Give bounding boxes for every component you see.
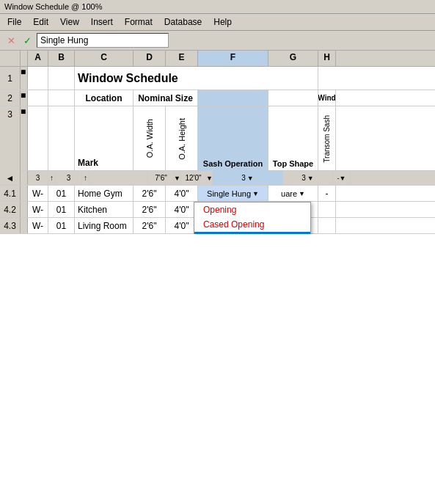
dropdown-item-cased-opening[interactable]: Cased Opening xyxy=(194,217,310,232)
row-1-ctrl: ■ xyxy=(21,67,28,90)
row-3: 3 ■ Mark O.A. Width O.A. Height Sash Ope… xyxy=(0,106,435,171)
ctrl-g-arrow[interactable]: ▼ xyxy=(307,175,314,182)
cell-4-2-h[interactable] xyxy=(318,202,336,217)
cell-4-1-c[interactable]: Home Gym xyxy=(75,186,134,201)
menu-insert[interactable]: Insert xyxy=(87,15,117,29)
cell-4-2-d[interactable]: 2'6" xyxy=(134,202,166,217)
menu-file[interactable]: File xyxy=(3,15,26,29)
row-2-col-h[interactable]: Wind xyxy=(318,90,336,106)
sash-operation-dropdown[interactable]: Opening Cased Opening Fixed Glass Fixed … xyxy=(194,202,311,234)
ctrl-h-arrow[interactable]: ▼ xyxy=(340,175,346,182)
row-2-ctrl: ■ xyxy=(21,90,28,106)
cell-4-1-e[interactable]: 4'0" xyxy=(166,186,198,201)
cell-4-3-h[interactable] xyxy=(318,218,336,233)
row-num-4-3: 4.3 xyxy=(0,218,21,233)
row-2-location[interactable]: Location xyxy=(75,90,134,106)
corner-cell xyxy=(0,51,21,66)
ctrl-a2[interactable]: ↑ xyxy=(48,171,56,185)
row-3-oa-width[interactable]: O.A. Width xyxy=(134,106,166,171)
cell-4-1-g[interactable]: uare ▼ xyxy=(268,186,318,201)
menu-format[interactable]: Format xyxy=(120,15,157,29)
ctrl-c[interactable] xyxy=(89,171,148,185)
cell-4-1-b[interactable]: 01 xyxy=(48,186,75,201)
cell-4-1-a[interactable]: W- xyxy=(28,186,48,201)
cancel-button[interactable]: ✕ xyxy=(4,34,18,47)
row-num-4-1: 4.1 xyxy=(0,186,21,201)
cell-4-2-c[interactable]: Kitchen xyxy=(75,202,134,217)
col-header-e[interactable]: E xyxy=(166,51,198,66)
row-3-oa-height[interactable]: O.A. Height xyxy=(166,106,198,171)
col-header-g[interactable]: G xyxy=(268,51,318,66)
row-ctrl-header xyxy=(21,51,28,66)
cell-4-3-b[interactable]: 01 xyxy=(48,218,75,233)
ctrl-a[interactable]: 3 xyxy=(28,171,48,185)
col-header-f[interactable]: F xyxy=(198,51,268,66)
col-header-h[interactable]: H xyxy=(318,51,336,66)
confirm-button[interactable]: ✓ xyxy=(21,34,34,47)
col-header-d[interactable]: D xyxy=(134,51,166,66)
row-2-col-f[interactable] xyxy=(198,90,268,106)
ctrl-f[interactable]: 3 ▼ xyxy=(213,171,283,185)
dropdown-item-opening[interactable]: Opening xyxy=(194,202,310,217)
cell-4-2-a[interactable]: W- xyxy=(28,202,48,217)
row-num-3: 3 xyxy=(0,106,21,171)
ctrl-g[interactable]: 3 ▼ xyxy=(283,171,333,185)
row-2-nominal-size[interactable]: Nominal Size xyxy=(134,90,198,106)
ctrl-e-val[interactable]: 12'0" xyxy=(180,171,207,185)
row-4-2-ctrl xyxy=(21,202,28,217)
menu-help[interactable]: Help xyxy=(209,15,236,29)
menu-edit[interactable]: Edit xyxy=(29,15,53,29)
row-4-controls: ◄ 3 ↑ 3 ↑ 7'6" ▼ 12'0" ▼ 3 ▼ 3 ▼ - ▼ xyxy=(0,171,435,186)
ctrl-h[interactable]: - ▼ xyxy=(333,171,351,185)
row-1-col-b[interactable] xyxy=(48,67,75,90)
row-3-mark[interactable]: Mark xyxy=(75,106,134,171)
column-headers: A B C D E F G H xyxy=(0,51,435,67)
row-1-col-a[interactable] xyxy=(28,67,48,90)
cell-4-3-c[interactable]: Living Room xyxy=(75,218,134,233)
menu-database[interactable]: Database xyxy=(160,15,206,29)
col-header-b[interactable]: B xyxy=(48,51,75,66)
cell-4-1-d[interactable]: 2'6" xyxy=(134,186,166,201)
row-num-4-2: 4.2 xyxy=(0,202,21,217)
col-header-a[interactable]: A xyxy=(28,51,48,66)
row-4-1: 4.1 W- 01 Home Gym 2'6" 4'0" Single Hung… xyxy=(0,186,435,202)
cell-4-2-b[interactable]: 01 xyxy=(48,202,75,217)
row-3-col-b[interactable] xyxy=(48,106,75,171)
title-bar-text: Window Schedule @ 100% xyxy=(4,2,102,11)
dropdown-item-fixed-glass[interactable]: Fixed Glass xyxy=(194,232,310,234)
spreadsheet: A B C D E F G H 1 ■ Window Schedule 2 ■ … xyxy=(0,51,435,234)
row-num-1: 1 xyxy=(0,67,21,90)
row-1: 1 ■ Window Schedule xyxy=(0,67,435,90)
row-num-2: 2 xyxy=(0,90,21,106)
row-2-col-g[interactable] xyxy=(268,90,318,106)
cell-4-3-a[interactable]: W- xyxy=(28,218,48,233)
row-3-ctrl: ■ xyxy=(21,106,28,170)
cell-4-1-f[interactable]: Single Hung ▼ xyxy=(198,186,268,201)
row-3-top-shape[interactable]: Top Shape xyxy=(268,106,318,171)
ctrl-d-arrow[interactable]: ▼ xyxy=(175,171,180,185)
ctrl-e-arrow[interactable]: ▼ xyxy=(207,171,213,185)
ctrl-b[interactable]: 3 xyxy=(56,171,82,185)
row-2-col-a[interactable] xyxy=(28,90,48,106)
col-header-c[interactable]: C xyxy=(75,51,134,66)
cell-4-1-h[interactable]: - xyxy=(318,186,336,201)
ctrl-d-val[interactable]: 7'6" xyxy=(148,171,175,185)
menu-view[interactable]: View xyxy=(56,15,84,29)
cell-4-3-d[interactable]: 2'6" xyxy=(134,218,166,233)
ctrl-b2[interactable]: ↑ xyxy=(82,171,89,185)
row-num-4-ctrl: ◄ xyxy=(0,171,21,185)
row-3-col-a[interactable] xyxy=(28,106,48,171)
row-4-1-ctrl xyxy=(21,186,28,201)
toolbar: ✕ ✓ xyxy=(0,31,435,51)
row-3-sash-op[interactable]: Sash Operation xyxy=(198,106,268,171)
menu-bar: File Edit View Insert Format Database He… xyxy=(0,14,435,31)
cell-value-input[interactable] xyxy=(37,33,169,48)
dropdown-arrow-4-1[interactable]: ▼ xyxy=(252,190,259,197)
row-4-marker xyxy=(21,171,28,185)
title-cell[interactable]: Window Schedule xyxy=(75,67,318,90)
row-2-col-b[interactable] xyxy=(48,90,75,106)
row-3-transom[interactable]: Transom Sash xyxy=(318,106,336,171)
ctrl-f-arrow[interactable]: ▼ xyxy=(247,175,254,182)
row-2: 2 ■ Location Nominal Size Wind xyxy=(0,90,435,106)
title-bar: Window Schedule @ 100% xyxy=(0,0,435,14)
